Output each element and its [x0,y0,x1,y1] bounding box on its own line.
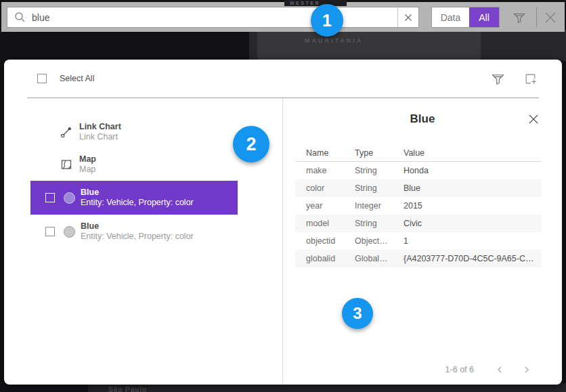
item-title: Map [79,154,96,165]
close-icon [544,11,557,24]
column-header-type: Type [344,148,393,158]
toolbar-divider [536,7,537,27]
toolbar-filter-button[interactable] [508,7,529,28]
item-subtitle: Link Chart [79,132,121,142]
toolbar-close-button[interactable] [539,7,562,28]
annotation-badge-2: 2 [233,126,269,162]
column-header-name: Name [295,148,344,158]
detail-title: Blue [283,112,562,126]
item-title: Blue [81,221,194,232]
detail-close-button[interactable] [527,113,540,125]
map-label-bottom: São Paulo [108,386,147,392]
item-subtitle: Entity: Vehicle, Property: color [81,232,194,242]
table-header-row: Name Type Value [295,144,542,162]
search-results-panel: Select All Link Chart Link Chart [4,60,562,385]
select-all-checkbox[interactable] [37,74,47,83]
item-checkbox[interactable] [45,193,55,202]
map-land-patch-inner [257,30,481,61]
table-row[interactable]: objectid Object… 1 [295,232,542,250]
item-title: Blue [81,188,194,198]
table-row[interactable]: model String Civic [295,215,542,232]
item-subtitle: Entity: Vehicle, Property: color [81,198,194,208]
select-all-label: Select All [60,74,94,83]
clear-icon [404,14,412,22]
table-row[interactable]: year Integer 2015 [295,197,542,215]
annotation-badge-1: 1 [311,4,343,37]
search-box[interactable] [7,7,419,28]
entity-dot-icon [64,192,75,204]
column-header-value: Value [393,148,542,158]
detail-column: Blue Name Type Value make String Honda [283,98,562,384]
next-page-button[interactable] [521,364,532,375]
list-item-map[interactable]: Map Map [30,148,238,181]
map-label-mauritania: MAURITANIA [305,37,363,44]
entity-dot-icon [64,226,75,238]
list-item-blue[interactable]: Blue Entity: Vehicle, Property: color [30,215,238,248]
chevron-right-icon [522,365,531,374]
panel-header: Select All [27,60,539,98]
panel-filter-button[interactable] [490,71,505,86]
properties-table: Name Type Value make String Honda color … [295,144,542,267]
item-checkbox[interactable] [45,227,55,236]
filter-icon [491,72,505,86]
map-label-western-fragment: WESTER [284,0,347,6]
scope-toggle: Data All [431,7,500,28]
table-row[interactable]: make String Honda [295,162,542,179]
add-to-new-button[interactable] [523,71,538,86]
search-toolbar: Data All [1,2,565,32]
map-icon [60,158,73,171]
toggle-all-button[interactable]: All [469,7,499,27]
pagination-label: 1-6 of 6 [445,365,474,374]
list-item-link-chart[interactable]: Link Chart Link Chart [30,116,238,148]
list-item-blue-selected[interactable]: Blue Entity: Vehicle, Property: color [30,181,238,215]
toggle-data-button[interactable]: Data [432,7,469,27]
table-row[interactable]: color String Blue [295,179,542,197]
clear-search-button[interactable] [397,7,418,27]
square-plus-icon [523,72,538,86]
previous-page-button[interactable] [494,364,505,375]
chevron-left-icon [495,365,504,374]
filter-icon [513,11,526,24]
search-icon [14,12,26,23]
item-title: Link Chart [79,122,121,132]
table-row[interactable]: globalid Global… {A4203777-D70D-4C5C-9A6… [295,250,542,267]
item-subtitle: Map [79,165,96,175]
pagination: 1-6 of 6 [283,364,562,375]
link-chart-icon [60,125,73,139]
annotation-badge-3: 3 [342,298,373,329]
close-icon [528,114,539,125]
